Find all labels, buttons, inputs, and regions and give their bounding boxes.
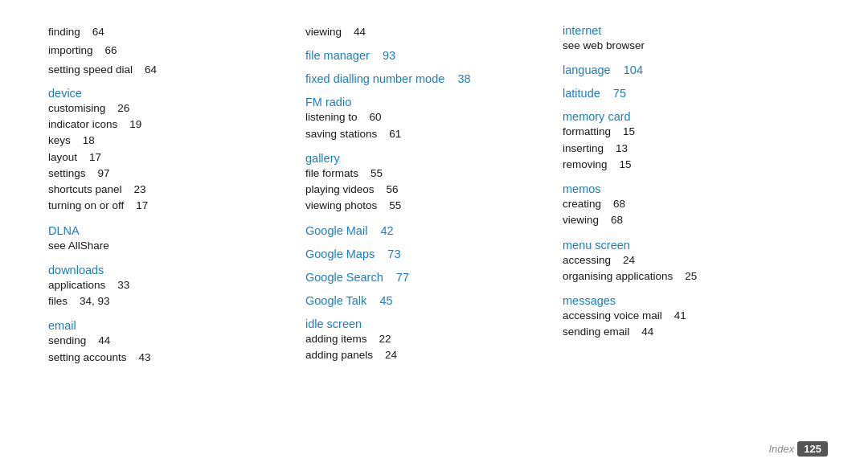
section-latitude: latitude 75 [563, 80, 820, 100]
sub-item: applications 33 [48, 277, 305, 293]
section-file-manager: file manager 93 [305, 43, 563, 63]
sub-item: customising 26 [48, 100, 305, 117]
section-header: downloads [48, 264, 305, 276]
section-memory-card: memory card formatting 15 inserting 13 r… [563, 104, 820, 173]
section-fm-radio: FM radio listening to 60 saving stations… [305, 89, 563, 142]
top-item: setting speed dial 64 [48, 62, 305, 78]
sub-item: organising applications 25 [563, 268, 820, 285]
footer-label: Index [768, 443, 794, 455]
section-messages: messages accessing voice mail 41 sending… [563, 288, 820, 341]
top-item: viewing 44 [305, 24, 563, 40]
section-header: DLNA [48, 224, 305, 237]
sub-item: see web browser [563, 38, 820, 54]
sub-item: adding items 22 [305, 331, 563, 347]
sub-item: sending 44 [48, 333, 305, 349]
page-footer: Index 125 [768, 441, 828, 457]
section-fixed-dialling: fixed dialling number mode 38 [305, 66, 563, 86]
sub-item: removing 15 [563, 157, 820, 173]
sub-item: accessing voice mail 41 [563, 308, 820, 324]
section-header: messages [563, 294, 820, 307]
sub-item: viewing photos 55 [305, 198, 563, 214]
section-header: gallery [305, 152, 563, 165]
section-header: FM radio [305, 96, 563, 109]
sub-item: inserting 13 [563, 141, 820, 157]
sub-item: shortcuts panel 23 [48, 182, 305, 198]
sub-item: formatting 15 [563, 124, 820, 140]
sub-item: adding panels 24 [305, 347, 563, 363]
section-menu-screen: menu screen accessing 24 organising appl… [563, 232, 820, 285]
sub-item: accessing 24 [563, 252, 820, 268]
section-header: latitude 75 [563, 87, 820, 100]
sub-item: files 34, 93 [48, 293, 305, 309]
sub-item: settings 97 [48, 166, 305, 182]
page-content: finding 64 importing 66 setting speed di… [0, 0, 868, 471]
section-header: memory card [563, 110, 820, 123]
section-header: Google Mail 42 [305, 224, 563, 237]
column-2: viewing 44 file manager 93 fixed diallin… [305, 24, 563, 447]
top-item: finding 64 [48, 24, 305, 40]
sub-item: creating 68 [563, 196, 820, 212]
sub-item: setting accounts 43 [48, 350, 305, 366]
section-gallery: gallery file formats 55 playing videos 5… [305, 145, 563, 215]
sub-item: layout 17 [48, 149, 305, 166]
section-header: language 104 [563, 63, 820, 76]
top-item: importing 66 [48, 43, 305, 59]
section-header: Google Search 77 [305, 271, 563, 284]
sub-item: playing videos 56 [305, 182, 563, 198]
section-header: fixed dialling number mode 38 [305, 72, 563, 85]
section-downloads: downloads applications 33 files 34, 93 [48, 257, 305, 310]
sub-item: viewing 68 [563, 212, 820, 228]
sub-item: turning on or off 17 [48, 198, 305, 214]
sub-item: saving stations 61 [305, 126, 563, 142]
sub-item: sending email 44 [563, 324, 820, 340]
section-header: memos [563, 182, 820, 195]
section-idle-screen: idle screen adding items 22 adding panel… [305, 311, 563, 364]
section-header: file manager 93 [305, 49, 563, 62]
column-1: finding 64 importing 66 setting speed di… [48, 24, 305, 447]
section-header: idle screen [305, 317, 563, 330]
sub-item: file formats 55 [305, 166, 563, 182]
section-internet: internet see web browser [563, 24, 820, 54]
section-email: email sending 44 setting accounts 43 [48, 313, 305, 366]
section-language: language 104 [563, 57, 820, 77]
section-header: Google Maps 73 [305, 248, 563, 260]
section-header: menu screen [563, 239, 820, 252]
sub-item: listening to 60 [305, 109, 563, 125]
sub-item: see AllShare [48, 238, 305, 254]
section-header: internet [563, 24, 820, 37]
section-header: device [48, 87, 305, 100]
section-memos: memos creating 68 viewing 68 [563, 176, 820, 229]
column-3: internet see web browser language 104 la… [563, 24, 820, 447]
sub-item: keys 18 [48, 133, 305, 149]
section-device: device customising 26 indicator icons 19… [48, 80, 305, 215]
section-google-search: Google Search 77 [305, 264, 563, 285]
sub-item: indicator icons 19 [48, 117, 305, 133]
section-header: email [48, 319, 305, 332]
section-google-mail: Google Mail 42 [305, 218, 563, 238]
section-google-talk: Google Talk 45 [305, 288, 563, 308]
section-google-maps: Google Maps 73 [305, 241, 563, 261]
page-number: 125 [797, 441, 828, 457]
section-header: Google Talk 45 [305, 294, 563, 307]
section-dlna: DLNA see AllShare [48, 218, 305, 254]
